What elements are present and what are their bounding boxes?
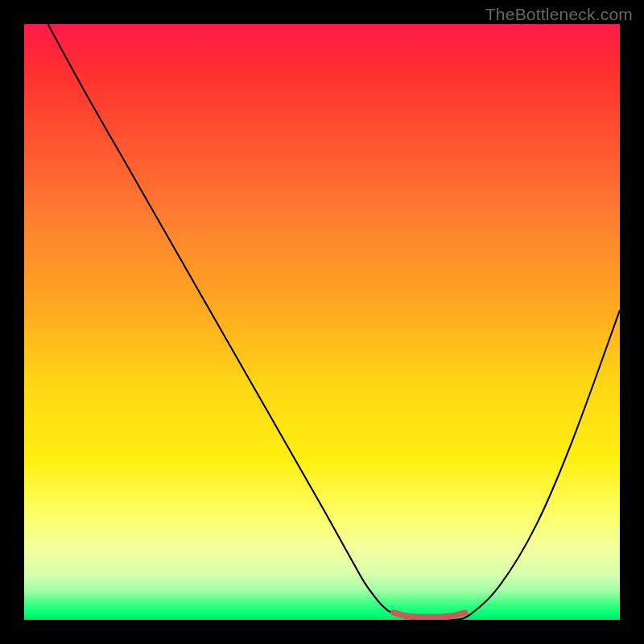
optimal-range-marker — [394, 613, 465, 617]
watermark-text: TheBottleneck.com — [485, 5, 633, 24]
bottleneck-curve — [48, 24, 620, 620]
chart-svg — [24, 24, 620, 620]
chart-plot-area — [24, 24, 620, 620]
